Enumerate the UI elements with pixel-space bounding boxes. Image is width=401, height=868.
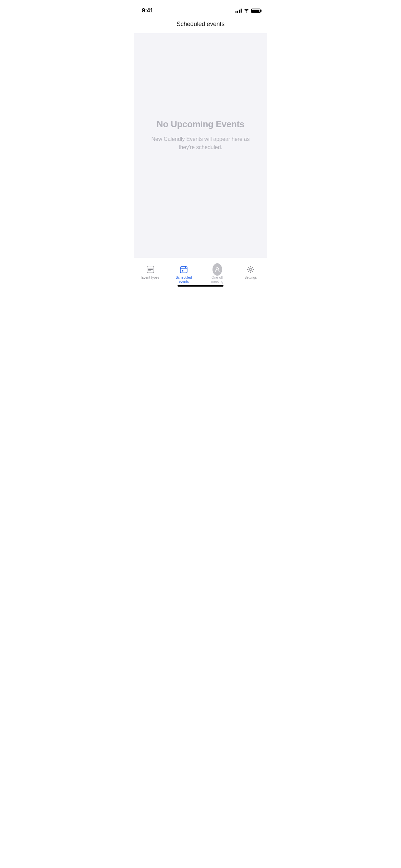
svg-rect-9 — [182, 270, 183, 272]
status-time: 9:41 — [142, 7, 153, 14]
status-bar: 9:41 — [134, 0, 267, 16]
home-indicator — [178, 285, 223, 287]
battery-icon — [251, 9, 260, 13]
tab-settings[interactable]: Settings — [234, 265, 268, 280]
svg-rect-5 — [180, 267, 187, 273]
svg-point-11 — [250, 268, 252, 271]
tab-settings-label: Settings — [244, 276, 257, 280]
svg-point-0 — [246, 12, 247, 13]
one-off-meeting-icon — [212, 265, 222, 274]
status-icons — [235, 8, 260, 14]
tab-one-off-meeting-label: One-offmeeting — [211, 276, 223, 284]
main-content: No Upcoming Events New Calendly Events w… — [134, 33, 267, 258]
empty-state-title: No Upcoming Events — [157, 119, 244, 130]
tab-scheduled-events-label: Scheduledevents — [176, 276, 192, 284]
empty-state-description: New Calendly Events will appear here as … — [147, 135, 254, 152]
tab-bar: Event types Scheduledevents One-offmeet — [134, 261, 267, 289]
page-header: Scheduled events — [134, 16, 267, 33]
tab-event-types-label: Event types — [142, 276, 159, 280]
tab-scheduled-events[interactable]: Scheduledevents — [167, 265, 201, 284]
page-title: Scheduled events — [141, 21, 260, 28]
tab-event-types[interactable]: Event types — [134, 265, 167, 280]
signal-icon — [235, 9, 242, 13]
empty-state: No Upcoming Events New Calendly Events w… — [134, 119, 267, 152]
event-types-icon — [146, 265, 155, 274]
tab-one-off-meeting[interactable]: One-offmeeting — [200, 265, 234, 284]
scheduled-events-icon — [179, 265, 189, 274]
settings-icon — [246, 265, 255, 274]
wifi-icon — [244, 8, 249, 14]
